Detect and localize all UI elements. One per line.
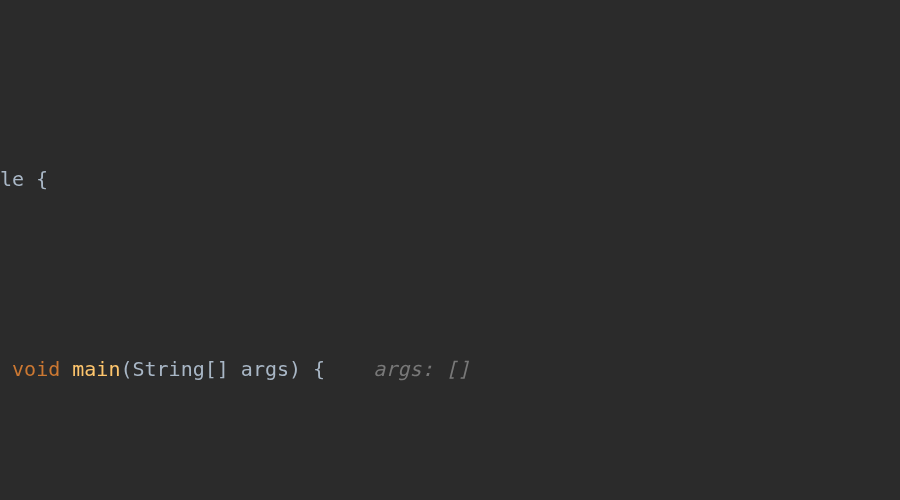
keyword-void: void [12, 357, 60, 381]
method-name: main [72, 357, 120, 381]
code-editor[interactable]: le { void main(String[] args) { args: []… [0, 0, 900, 500]
class-decl-tail: le { [0, 167, 48, 191]
param-name: args [241, 357, 289, 381]
paren-open: ( [120, 357, 132, 381]
paren-close: ) { [289, 357, 325, 381]
code-line[interactable]: le { [0, 160, 900, 198]
code-line[interactable]: void main(String[] args) { args: [] [0, 350, 900, 388]
param-type: String[] [132, 357, 228, 381]
inlay-hint: args: [] [373, 357, 469, 381]
